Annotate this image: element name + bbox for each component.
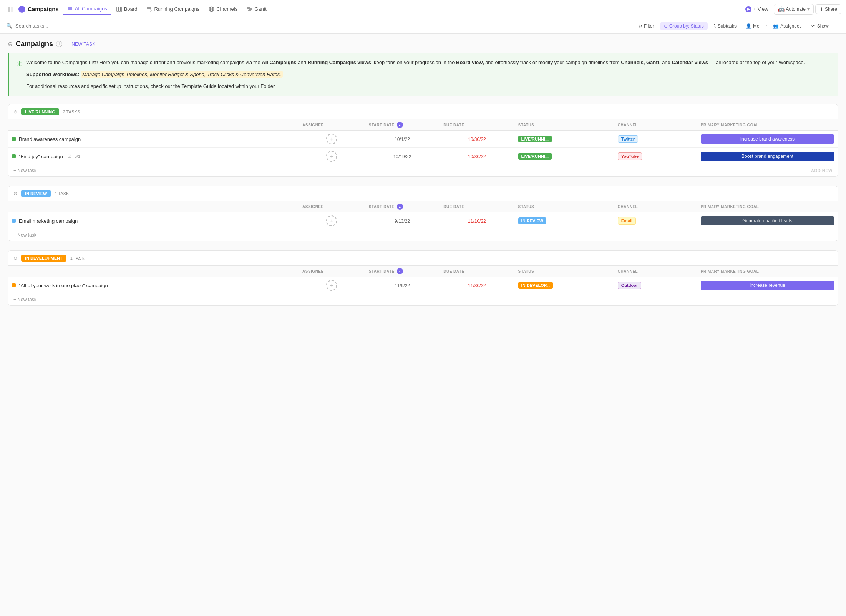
task-goal-cell: Increase revenue: [697, 277, 838, 294]
new-task-button[interactable]: + New task: [8, 229, 838, 241]
task-assignee-cell: +: [299, 277, 365, 294]
section-live-running: ⊖ LIVE/RUNNING 2 TASKS ASSIGNEE START DA…: [8, 104, 838, 177]
live-running-count: 2 TASKS: [63, 109, 80, 114]
assignee-avatar[interactable]: +: [326, 280, 337, 291]
me-button[interactable]: 👤 Me: [743, 22, 763, 30]
task-status-dot: [12, 283, 16, 287]
search-more-button[interactable]: ···: [95, 23, 100, 30]
show-button[interactable]: 👁 Show: [808, 22, 832, 30]
tab-running-campaigns[interactable]: Running Campaigns: [143, 4, 203, 14]
task-channel-cell: Email: [614, 212, 697, 230]
task-name-text[interactable]: Email marketing campaign: [19, 218, 78, 224]
live-running-badge: LIVE/RUNNING: [21, 108, 59, 115]
tab-all-campaigns[interactable]: All Campaigns: [63, 3, 111, 15]
new-task-button[interactable]: + New task: [8, 294, 838, 305]
section-in-review: ⊖ IN REVIEW 1 TASK ASSIGNEE START DATE ▲…: [8, 186, 838, 241]
subtasks-button[interactable]: ⤵ Subtasks: [711, 22, 740, 30]
info-icon: ✳: [17, 59, 22, 70]
svg-rect-1: [11, 7, 13, 12]
campaigns-header: ⊖ Campaigns i + NEW TASK: [8, 40, 838, 48]
channel-badge[interactable]: Outdoor: [618, 282, 641, 289]
status-badge[interactable]: IN REVIEW: [518, 217, 546, 224]
channel-badge[interactable]: Email: [618, 217, 636, 225]
status-badge[interactable]: IN DEVELOP...: [518, 282, 553, 289]
start-sort-icon: ▲: [397, 204, 403, 210]
section-review-toggle[interactable]: ⊖: [13, 191, 17, 196]
in-review-count: 1 TASK: [55, 191, 69, 196]
section-live-running-header: ⊖ LIVE/RUNNING 2 TASKS: [8, 104, 838, 119]
me-icon: 👤: [746, 23, 751, 29]
assignee-avatar[interactable]: +: [326, 215, 337, 226]
new-task-button[interactable]: + New task: [8, 165, 42, 176]
info-additional: For additional resources and specific se…: [26, 83, 805, 91]
task-status-cell: LIVE/RUNNI...: [514, 131, 614, 148]
th-name: [8, 119, 299, 131]
task-status-dot: [12, 154, 16, 158]
start-sort-icon: ▲: [397, 122, 403, 128]
channel-badge[interactable]: Twitter: [618, 135, 638, 143]
th-goal: PRIMARY MARKETING GOAL: [697, 266, 838, 277]
th-status: STATUS: [514, 266, 614, 277]
due-date-text: 10/30/22: [468, 154, 486, 159]
goal-badge[interactable]: Increase revenue: [701, 281, 834, 290]
th-goal: PRIMARY MARKETING GOAL: [697, 119, 838, 131]
sidebar-toggle[interactable]: [5, 3, 17, 15]
th-due-date: DUE DATE: [440, 119, 514, 131]
in-review-table: ASSIGNEE START DATE ▲ DUE DATE STATUS CH…: [8, 201, 838, 229]
in-review-badge: IN REVIEW: [21, 190, 51, 197]
section-in-dev-header: ⊖ IN DEVELOPMENT 1 TASK: [8, 251, 838, 265]
status-badge[interactable]: LIVE/RUNNI...: [518, 136, 552, 142]
th-due-date: DUE DATE: [440, 266, 514, 277]
th-name: [8, 201, 299, 212]
table-row: "All of your work in one place" campaign…: [8, 277, 838, 294]
start-date-text: 11/9/22: [395, 283, 410, 288]
filter-button[interactable]: ⚙ Filter: [635, 22, 657, 30]
tab-gantt[interactable]: Gantt: [243, 4, 270, 14]
th-start-date: START DATE ▲: [365, 266, 440, 277]
section-dev-toggle[interactable]: ⊖: [13, 255, 17, 261]
view-button[interactable]: ▶ + View: [741, 4, 772, 14]
task-start-cell: 10/19/22: [365, 148, 440, 165]
assignee-avatar[interactable]: +: [326, 134, 337, 144]
task-due-cell: 10/30/22: [440, 131, 514, 148]
search-input[interactable]: [15, 23, 92, 29]
new-task-header-button[interactable]: + NEW TASK: [65, 41, 98, 48]
group-by-button[interactable]: ⊙ Group by: Status: [660, 22, 707, 30]
due-date-text: 11/30/22: [468, 283, 486, 288]
campaigns-collapse-button[interactable]: ⊖: [8, 40, 13, 48]
goal-badge[interactable]: Boost brand engagement: [701, 152, 834, 161]
start-date-text: 10/1/22: [395, 137, 410, 142]
task-channel-cell: Outdoor: [614, 277, 697, 294]
info-paragraph-1: Welcome to the Campaigns List! Here you …: [26, 59, 805, 67]
task-due-cell: 11/10/22: [440, 212, 514, 230]
th-status: STATUS: [514, 119, 614, 131]
th-assignee: ASSIGNEE: [299, 119, 365, 131]
task-assignee-cell: +: [299, 131, 365, 148]
toolbar-more-button[interactable]: ···: [835, 23, 840, 30]
th-channel: CHANNEL: [614, 266, 697, 277]
task-status-cell: IN DEVELOP...: [514, 277, 614, 294]
section-live-toggle[interactable]: ⊖: [13, 109, 17, 114]
task-name-text[interactable]: Brand awareness campaign: [19, 136, 81, 142]
goal-badge[interactable]: Increase brand awareness: [701, 134, 834, 144]
assignees-button[interactable]: 👥 Assignees: [770, 22, 805, 30]
main-content: ⊖ Campaigns i + NEW TASK ✳ Welcome to th…: [0, 34, 846, 616]
task-status-cell: IN REVIEW: [514, 212, 614, 230]
task-name-text[interactable]: "Find joy" campaign: [19, 154, 63, 159]
svg-rect-0: [8, 7, 10, 12]
table-row: Brand awareness campaign + 10/1/22 10/30…: [8, 131, 838, 148]
assignee-avatar[interactable]: +: [326, 151, 337, 162]
tab-board[interactable]: Board: [113, 4, 141, 14]
task-status-dot: [12, 219, 16, 223]
goal-badge[interactable]: Generate qualified leads: [701, 216, 834, 225]
task-name-text[interactable]: "All of your work in one place" campaign: [19, 283, 108, 288]
checkbox-icon: ☑: [68, 154, 71, 159]
search-icon: 🔍: [6, 23, 12, 29]
status-badge[interactable]: LIVE/RUNNI...: [518, 153, 552, 160]
channel-badge[interactable]: YouTube: [618, 152, 642, 160]
task-start-cell: 11/9/22: [365, 277, 440, 294]
tab-channels[interactable]: Channels: [205, 4, 241, 14]
campaigns-info-icon[interactable]: i: [56, 41, 62, 47]
share-button[interactable]: ⬆ Share: [815, 4, 841, 14]
automate-button[interactable]: 🤖 Automate ▾: [774, 4, 814, 15]
